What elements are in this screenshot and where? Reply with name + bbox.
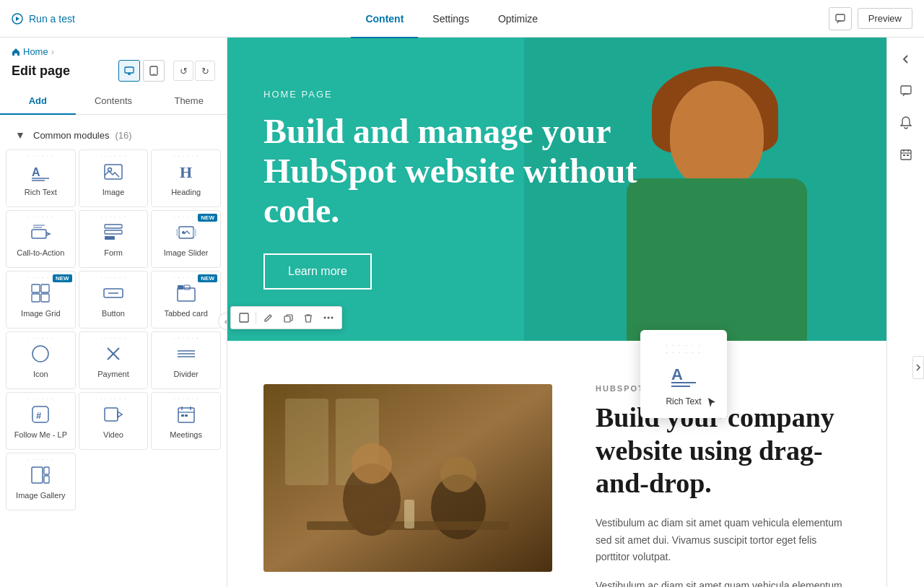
toolbar-delete-button[interactable] <box>300 309 317 326</box>
svg-rect-68 <box>903 155 905 156</box>
new-badge-image-grid: NEW <box>53 274 72 282</box>
svg-point-50 <box>331 317 334 319</box>
redo-button[interactable]: ↻ <box>195 61 215 81</box>
module-image-gallery[interactable]: · · · · · · Image Gallery <box>6 453 76 510</box>
drag-handle: · · · · · · <box>100 274 126 281</box>
svg-rect-42 <box>185 414 188 417</box>
right-expand-button[interactable] <box>912 356 924 379</box>
button-icon <box>102 282 125 305</box>
toolbar-edit-button[interactable] <box>259 309 276 326</box>
follow-me-icon: # <box>29 403 52 426</box>
left-sidebar: « Home › Edit page <box>0 38 227 587</box>
module-form-label: Form <box>104 248 123 258</box>
svg-rect-47 <box>284 316 290 322</box>
svg-rect-16 <box>176 229 179 236</box>
svg-rect-15 <box>179 227 193 238</box>
hero-learn-more-button[interactable]: Learn more <box>263 253 372 290</box>
section2-text1: Vestibulum ac diam sit amet quam vehicul… <box>596 515 850 566</box>
page-title: Edit page <box>12 64 70 79</box>
toolbar-duplicate-button[interactable] <box>279 309 297 326</box>
module-image-grid[interactable]: · · · · · · NEW Image Grid <box>6 271 76 329</box>
home-icon <box>12 48 20 56</box>
drag-handle: · · · · · · <box>173 335 199 342</box>
drag-handle: · · · · · · <box>173 214 199 220</box>
module-cta[interactable]: · · · · · · Call-to-Action <box>6 210 76 268</box>
svg-rect-62 <box>404 500 414 529</box>
toolbar-more-button[interactable] <box>320 309 337 326</box>
module-image[interactable]: · · · · · · Image <box>79 149 149 207</box>
svg-point-28 <box>32 346 48 362</box>
section2-image <box>263 384 552 572</box>
main-layout: « Home › Edit page <box>0 38 924 587</box>
run-test-link[interactable]: Run a test <box>12 13 75 25</box>
comments-icon <box>835 14 845 24</box>
right-panel-calendar[interactable] <box>893 142 919 168</box>
image-slider-icon <box>175 221 198 244</box>
right-panel-chat[interactable] <box>893 78 919 104</box>
calendar-icon <box>900 149 912 160</box>
module-tabbed-card-label: Tabbed card <box>164 309 208 318</box>
mobile-view-button[interactable] <box>143 60 165 82</box>
tab-content[interactable]: Content <box>351 1 418 38</box>
svg-text:H: H <box>180 163 192 181</box>
svg-rect-45 <box>44 476 49 483</box>
right-panel-collapse[interactable] <box>893 46 919 72</box>
module-rich-text[interactable]: · · · · · · A Rich Text <box>6 149 76 207</box>
duplicate-icon <box>284 313 293 323</box>
modules-grid: · · · · · · A Rich Text · · · · · · Imag… <box>6 149 221 510</box>
bell-icon <box>900 116 912 129</box>
svg-rect-27 <box>184 285 190 290</box>
breadcrumb[interactable]: Home › <box>12 46 54 57</box>
module-cta-label: Call-to-Action <box>17 248 64 258</box>
svg-rect-8 <box>105 165 122 179</box>
svg-rect-22 <box>41 294 49 302</box>
svg-rect-14 <box>105 236 115 240</box>
toolbar-separator <box>256 312 256 323</box>
desktop-view-button[interactable] <box>118 60 140 82</box>
module-heading[interactable]: · · · · · · H Heading <box>151 149 221 207</box>
module-meetings[interactable]: · · · · · · Meetings <box>151 392 221 450</box>
tab-optimize[interactable]: Optimize <box>484 1 552 38</box>
modules-header[interactable]: ▼ Common modules (16) <box>6 123 221 149</box>
undo-button[interactable]: ↺ <box>173 61 193 81</box>
module-video[interactable]: · · · · · · Video <box>79 392 149 450</box>
svg-point-4 <box>153 74 154 74</box>
module-divider[interactable]: · · · · · · Divider <box>151 331 221 389</box>
module-form[interactable]: · · · · · · Form <box>79 210 149 268</box>
breadcrumb-home[interactable]: Home <box>23 46 48 57</box>
module-follow-me[interactable]: · · · · · · # Follow Me - LP <box>6 392 76 450</box>
divider-icon <box>175 342 198 365</box>
right-panel <box>886 38 924 587</box>
image-grid-icon <box>29 282 52 305</box>
module-heading-label: Heading <box>171 188 201 197</box>
tab-add[interactable]: Add <box>0 88 76 115</box>
module-icon[interactable]: · · · · · · Icon <box>6 331 76 389</box>
meetings-icon <box>175 403 198 426</box>
module-payment[interactable]: · · · · · · Payment <box>79 331 149 389</box>
preview-button[interactable]: Preview <box>858 8 912 29</box>
svg-text:#: # <box>36 410 42 421</box>
right-panel-notifications[interactable] <box>893 110 919 136</box>
svg-rect-2 <box>125 67 134 73</box>
collapse-right-icon <box>900 53 912 65</box>
drag-handle: · · · · · · <box>100 153 126 160</box>
module-image-slider-label: Image Slider <box>164 248 209 258</box>
module-tabbed-card[interactable]: · · · · · · NEW Tabbed card <box>151 271 221 329</box>
drag-handle: · · · · · · <box>28 456 53 463</box>
toolbar-select-button[interactable] <box>235 309 253 326</box>
svg-rect-21 <box>32 294 40 302</box>
drag-handle: · · · · · · <box>28 396 53 402</box>
drag-handle: · · · · · · <box>100 214 126 220</box>
tab-contents[interactable]: Contents <box>76 88 152 115</box>
comments-button[interactable] <box>829 7 852 30</box>
cta-icon <box>29 221 52 244</box>
svg-rect-44 <box>44 467 49 474</box>
form-icon <box>102 221 125 244</box>
module-meetings-label: Meetings <box>170 430 202 440</box>
tab-settings[interactable]: Settings <box>418 1 484 38</box>
svg-text:A: A <box>671 365 683 383</box>
tab-theme[interactable]: Theme <box>151 88 227 115</box>
module-follow-me-label: Follow Me - LP <box>14 430 67 440</box>
module-button[interactable]: · · · · · · Button <box>79 271 149 329</box>
module-image-slider[interactable]: · · · · · · NEW Image Slider <box>151 210 221 268</box>
